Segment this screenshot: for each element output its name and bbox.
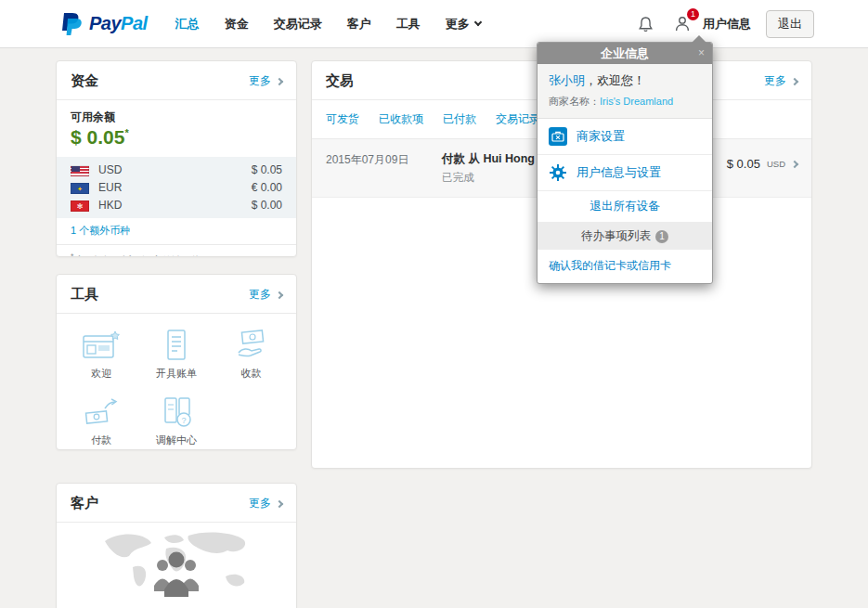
customers-panel-header: 客户 更多 — [57, 484, 296, 523]
exchange-rate-footnote: *这是根据最近的汇率估计的值。 — [57, 245, 296, 257]
merchant-name-label: 商家名称： — [549, 96, 600, 107]
amount-currency: USD — [767, 159, 785, 169]
user-info-label[interactable]: 用户信息 — [703, 16, 751, 32]
greeting-line: 张小明，欢迎您！ — [549, 72, 701, 89]
paypal-monogram-icon — [59, 11, 84, 37]
tool-resolution-center[interactable]: ? 调解中心 — [156, 395, 197, 447]
user-settings-label: 用户信息与设置 — [577, 164, 661, 181]
welcome-browser-icon — [81, 329, 122, 362]
more-label: 更多 — [249, 287, 271, 303]
tool-label: 付款 — [91, 433, 111, 447]
transactions-more-link[interactable]: 更多 — [764, 73, 797, 89]
customers-more-link[interactable]: 更多 — [249, 496, 282, 511]
gear-icon — [549, 163, 567, 182]
funds-panel-header: 资金 更多 — [57, 61, 296, 100]
tools-title: 工具 — [71, 286, 98, 304]
tool-label: 收款 — [241, 367, 262, 381]
receive-money-icon — [231, 329, 272, 362]
customers-panel: 客户 更多 — [56, 483, 297, 608]
user-settings-item[interactable]: 用户信息与设置 — [538, 155, 712, 191]
briefcase-icon — [549, 127, 567, 146]
notifications-bell-button[interactable] — [634, 13, 656, 35]
funds-more-link[interactable]: 更多 — [249, 73, 282, 89]
chevron-right-icon — [791, 77, 798, 84]
tab-ready-to-ship[interactable]: 可发货 — [326, 111, 359, 127]
tool-label: 欢迎 — [91, 367, 111, 381]
tool-label: 开具账单 — [156, 367, 197, 381]
resolution-center-icon: ? — [156, 395, 197, 429]
dropdown-pointer — [692, 35, 706, 43]
nav-item-summary[interactable]: 汇总 — [175, 16, 200, 32]
user-menu-button[interactable]: 1 — [671, 13, 693, 35]
greeting-suffix: ，欢迎您！ — [585, 73, 645, 87]
currency-code: EUR — [98, 179, 122, 197]
transaction-amount: $ 0.05 USD — [727, 151, 797, 171]
nav-more-label: 更多 — [446, 16, 470, 32]
tools-more-link[interactable]: 更多 — [249, 287, 282, 303]
todo-count-badge: 1 — [655, 230, 668, 243]
nav-item-customers[interactable]: 客户 — [347, 16, 371, 32]
nav-item-transactions[interactable]: 交易记录 — [274, 16, 322, 32]
hk-flag-icon — [71, 201, 89, 212]
currency-amount: € 0.00 — [252, 179, 282, 197]
paypal-logo[interactable]: PayPal — [59, 11, 148, 37]
todo-list-item[interactable]: 待办事项列表1 — [538, 223, 712, 250]
chevron-right-icon — [791, 160, 798, 167]
logout-all-devices-link[interactable]: 退出所有设备 — [538, 191, 712, 223]
funds-title: 资金 — [71, 72, 98, 90]
tool-invoice[interactable]: 开具账单 — [156, 329, 197, 381]
nav-item-funds[interactable]: 资金 — [225, 16, 249, 32]
currency-amount: $ 0.00 — [252, 197, 282, 214]
nav-item-tools[interactable]: 工具 — [396, 16, 421, 32]
chevron-right-icon — [276, 77, 283, 84]
available-balance-label: 可用余额 — [71, 110, 282, 125]
currency-row-hkd[interactable]: HKD $ 0.00 — [71, 197, 282, 214]
customers-title: 客户 — [71, 495, 98, 512]
main-nav: 汇总 资金 交易记录 客户 工具 更多 — [175, 16, 481, 32]
tools-panel-header: 工具 更多 — [57, 275, 296, 314]
invoice-document-icon — [156, 329, 197, 362]
currency-list: USD $ 0.05 EUR € 0.00 HKD $ 0.00 — [57, 157, 296, 218]
nav-item-more[interactable]: 更多 — [446, 16, 481, 32]
customers-body — [57, 523, 296, 608]
tool-receive-money[interactable]: 收款 — [231, 329, 272, 381]
svg-text:?: ? — [181, 416, 186, 425]
currency-code: USD — [98, 162, 122, 179]
user-name: 张小明 — [549, 73, 585, 87]
currency-amount: $ 0.05 — [252, 162, 282, 179]
transactions-title: 交易 — [326, 72, 354, 90]
available-balance-value: $ 0.05* — [71, 126, 282, 149]
tools-grid: 欢迎 开具账单 收款 — [57, 314, 296, 450]
merchant-line: 商家名称：Iris's Dreamland — [549, 95, 701, 109]
top-navigation-bar: PayPal 汇总 资金 交易记录 客户 工具 更多 1 — [0, 0, 868, 48]
transaction-date: 2015年07月09日 — [326, 151, 442, 168]
currency-row-eur[interactable]: EUR € 0.00 — [71, 179, 282, 197]
chevron-right-icon — [276, 499, 283, 507]
paypal-dashboard: PayPal 汇总 资金 交易记录 客户 工具 更多 1 — [0, 0, 868, 608]
tab-received[interactable]: 已收款项 — [379, 111, 423, 127]
currency-row-usd[interactable]: USD $ 0.05 — [71, 162, 282, 179]
footnote-text: 这是根据最近的汇率估计的值。 — [73, 254, 210, 258]
currency-code: HKD — [98, 197, 122, 214]
todo-list-label: 待办事项列表 — [581, 229, 651, 242]
extra-currencies-link[interactable]: 1 个额外币种 — [57, 218, 296, 245]
tool-welcome[interactable]: 欢迎 — [81, 329, 122, 381]
send-money-icon — [81, 395, 122, 429]
merchant-name-value[interactable]: Iris's Dreamland — [600, 96, 673, 107]
funds-panel: 资金 更多 可用余额 $ 0.05* USD $ 0.05 EUR € 0.00 — [56, 60, 297, 257]
merchant-settings-label: 商家设置 — [577, 128, 625, 145]
funds-body: 可用余额 $ 0.05* USD $ 0.05 EUR € 0.00 HKD $… — [57, 100, 296, 218]
close-icon[interactable]: × — [698, 43, 705, 64]
confirm-card-link[interactable]: 确认我的借记卡或信用卡 — [538, 250, 712, 283]
dropdown-header: 企业信息 × — [538, 43, 712, 64]
logout-button[interactable]: 退出 — [766, 10, 814, 38]
world-map-customers-icon — [97, 528, 255, 606]
tool-send-money[interactable]: 付款 — [81, 395, 122, 447]
tab-paid[interactable]: 已付款 — [443, 111, 476, 127]
tool-label: 调解中心 — [156, 433, 197, 447]
more-label: 更多 — [249, 73, 271, 89]
us-flag-icon — [71, 165, 89, 176]
merchant-settings-item[interactable]: 商家设置 — [538, 119, 712, 155]
tools-panel: 工具 更多 欢迎 — [56, 274, 297, 450]
bell-icon — [637, 15, 654, 33]
